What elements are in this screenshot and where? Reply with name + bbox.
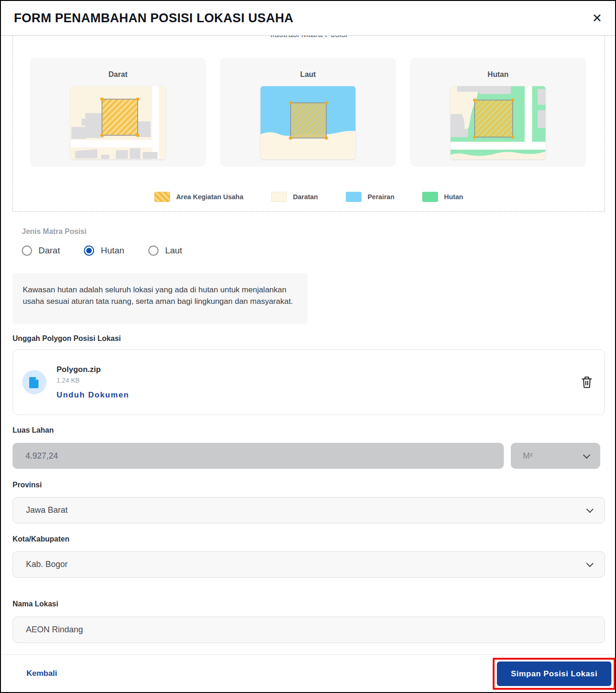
download-document-link[interactable]: Unduh Dokumen xyxy=(57,391,129,400)
modal-footer: Kembali Simpan Posisi Lokasi xyxy=(1,655,615,692)
kota-label: Kota/Kabupaten xyxy=(13,535,70,543)
provinsi-select[interactable]: Jawa Barat xyxy=(13,497,605,523)
matra-description: Kawasan hutan adalah seluruh lokasi yang… xyxy=(13,273,308,324)
legend-item-hutan: Hutan xyxy=(422,192,463,202)
illustration-card-hutan: Hutan xyxy=(410,57,586,167)
legend-label: Hutan xyxy=(444,193,463,201)
save-position-button[interactable]: Simpan Posisi Lokasi xyxy=(497,662,611,686)
legend-item-perairan: Perairan xyxy=(346,192,394,202)
radio-icon[interactable] xyxy=(84,246,94,256)
close-icon[interactable]: ✕ xyxy=(592,12,602,24)
nama-lokasi-label: Nama Lokasi xyxy=(13,600,58,608)
matra-group-label: Jenis Matra Posisi xyxy=(22,227,87,236)
map-laut-image xyxy=(260,86,356,159)
nama-lokasi-input[interactable]: AEON Rindang xyxy=(13,617,605,643)
radio-label: Hutan xyxy=(101,246,124,256)
modal-title: FORM PENAMBAHAN POSISI LOKASI USAHA xyxy=(14,11,293,25)
card-title-darat: Darat xyxy=(108,70,127,79)
map-hutan-image xyxy=(451,86,546,159)
radio-hutan[interactable]: Hutan xyxy=(84,246,124,256)
chevron-down-icon xyxy=(586,506,594,513)
legend-label: Area Kegiatan Usaha xyxy=(176,193,243,201)
map-legend: Area Kegiatan Usaha Daratan Perairan Hut… xyxy=(13,192,604,202)
uploaded-file-card: Polygon.zip 1.24 KB Unduh Dokumen xyxy=(13,349,605,415)
legend-swatch-area-usaha xyxy=(154,192,170,202)
modal-header: FORM PENAMBAHAN POSISI LOKASI USAHA ✕ xyxy=(1,1,615,36)
legend-swatch-perairan xyxy=(346,192,362,202)
legend-swatch-daratan xyxy=(271,192,287,202)
file-name: Polygon.zip xyxy=(57,365,129,374)
illustration-card-darat: Darat xyxy=(30,57,206,167)
illustration-cards: Darat xyxy=(30,57,586,167)
kota-select-value: Kab. Bogor xyxy=(26,560,68,569)
luas-lahan-input: 4.927,24 xyxy=(13,443,504,469)
legend-swatch-hutan xyxy=(422,192,438,202)
radio-label: Laut xyxy=(165,246,182,256)
unit-select[interactable]: M² xyxy=(511,443,600,469)
nama-lokasi-value: AEON Rindang xyxy=(26,625,83,635)
legend-label: Daratan xyxy=(293,193,318,201)
annotation-highlight-box: Simpan Posisi Lokasi xyxy=(493,658,616,690)
delete-file-button[interactable] xyxy=(581,376,592,388)
card-title-hutan: Hutan xyxy=(488,70,508,79)
trash-icon xyxy=(581,376,592,388)
legend-item-area-usaha: Area Kegiatan Usaha xyxy=(154,192,243,202)
chevron-down-icon xyxy=(586,560,594,567)
radio-label: Darat xyxy=(38,246,60,256)
chevron-down-icon xyxy=(583,451,591,459)
back-link[interactable]: Kembali xyxy=(26,669,57,678)
radio-icon[interactable] xyxy=(22,246,32,256)
radio-icon[interactable] xyxy=(148,246,159,256)
illustration-card-laut: Laut xyxy=(220,57,396,167)
legend-item-daratan: Daratan xyxy=(271,192,318,202)
unit-select-value: M² xyxy=(523,451,533,461)
provinsi-label: Provinsi xyxy=(13,481,42,489)
file-meta: Polygon.zip 1.24 KB Unduh Dokumen xyxy=(57,365,129,400)
upload-section-label: Unggah Polygon Posisi Lokasi xyxy=(13,334,121,343)
luas-lahan-label: Luas Lahan xyxy=(13,426,54,435)
radio-darat[interactable]: Darat xyxy=(22,246,60,256)
illustration-panel: Ilustrasi Matra Posisi Darat xyxy=(13,19,605,212)
file-icon xyxy=(22,370,46,394)
kota-select[interactable]: Kab. Bogor xyxy=(13,551,605,578)
matra-radio-group: Darat Hutan Laut xyxy=(22,246,182,256)
modal-form-penambahan-posisi: FORM PENAMBAHAN POSISI LOKASI USAHA ✕ Il… xyxy=(0,0,616,693)
provinsi-select-value: Jawa Barat xyxy=(26,505,68,515)
card-title-laut: Laut xyxy=(300,70,316,79)
legend-label: Perairan xyxy=(368,193,394,201)
map-darat-image xyxy=(70,86,165,159)
radio-laut[interactable]: Laut xyxy=(148,246,182,256)
file-size: 1.24 KB xyxy=(57,377,129,384)
